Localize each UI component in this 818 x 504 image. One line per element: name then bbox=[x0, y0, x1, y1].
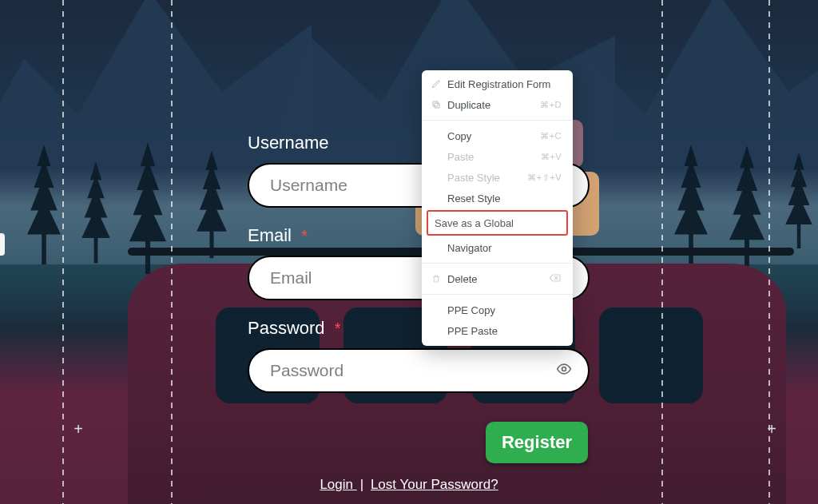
context-menu-item-save-global[interactable]: Save as a Global bbox=[427, 210, 568, 236]
editor-column-guide bbox=[171, 0, 173, 504]
context-menu-item-duplicate[interactable]: Duplicate ⌘+D bbox=[422, 94, 573, 115]
svg-rect-1 bbox=[435, 103, 439, 108]
svg-rect-2 bbox=[433, 101, 438, 106]
bg-van-window bbox=[599, 308, 703, 403]
menu-separator bbox=[422, 263, 573, 264]
context-menu-item-edit[interactable]: Edit Registration Form bbox=[422, 73, 573, 94]
menu-shortcut: ⌘+C bbox=[540, 131, 562, 141]
context-menu-item-copy[interactable]: Copy ⌘+C bbox=[422, 125, 573, 146]
editor-column-guide bbox=[661, 0, 663, 504]
menu-label: Edit Registration Form bbox=[447, 78, 562, 90]
eye-icon[interactable] bbox=[556, 361, 572, 380]
menu-label: PPE Paste bbox=[447, 325, 562, 337]
required-marker: * bbox=[301, 227, 308, 244]
menu-shortcut: ⌘+⇧+V bbox=[527, 173, 562, 183]
context-menu-item-ppe-paste[interactable]: PPE Paste bbox=[422, 320, 573, 341]
delete-shortcut-icon bbox=[549, 273, 562, 285]
menu-label: Copy bbox=[447, 130, 540, 142]
pencil-icon bbox=[431, 79, 447, 89]
trash-icon bbox=[431, 274, 447, 284]
password-input[interactable] bbox=[249, 361, 588, 380]
label-text: Email bbox=[248, 225, 292, 245]
menu-label: Delete bbox=[447, 273, 549, 285]
menu-separator bbox=[422, 294, 573, 295]
context-menu-item-reset-style[interactable]: Reset Style bbox=[422, 188, 573, 208]
menu-label: Paste Style bbox=[447, 172, 527, 184]
label-text: Username bbox=[248, 133, 328, 153]
svg-point-0 bbox=[562, 367, 566, 371]
context-menu-item-navigator[interactable]: Navigator bbox=[422, 237, 573, 258]
context-menu-item-paste-style: Paste Style ⌘+⇧+V bbox=[422, 167, 573, 188]
editor-column-guide bbox=[62, 0, 64, 504]
menu-label: Paste bbox=[447, 151, 541, 163]
add-widget-button-right[interactable]: + bbox=[763, 420, 780, 438]
context-menu-item-ppe-copy[interactable]: PPE Copy bbox=[422, 300, 573, 320]
label-text: Password bbox=[248, 318, 325, 338]
context-menu: Edit Registration Form Duplicate ⌘+D Cop… bbox=[422, 70, 573, 346]
menu-label: Reset Style bbox=[447, 192, 562, 204]
context-menu-item-paste: Paste ⌘+V bbox=[422, 146, 573, 167]
lost-password-link[interactable]: Lost Your Password? bbox=[371, 477, 498, 492]
menu-label: PPE Copy bbox=[447, 304, 562, 316]
context-menu-item-delete[interactable]: Delete bbox=[422, 268, 573, 289]
menu-separator bbox=[422, 120, 573, 121]
menu-label: Navigator bbox=[447, 242, 562, 254]
editor-edge-tab[interactable] bbox=[0, 233, 5, 256]
add-widget-button-left[interactable]: + bbox=[69, 420, 87, 438]
password-input-wrap[interactable] bbox=[248, 348, 590, 393]
menu-shortcut: ⌘+V bbox=[541, 152, 562, 162]
menu-shortcut: ⌘+D bbox=[540, 100, 562, 110]
duplicate-icon bbox=[431, 100, 447, 109]
menu-label: Save as a Global bbox=[435, 217, 514, 229]
required-marker: * bbox=[335, 319, 341, 337]
footer-links: Login | Lost Your Password? bbox=[0, 477, 818, 493]
footer-separator: | bbox=[360, 477, 363, 492]
login-link[interactable]: Login bbox=[320, 477, 356, 492]
menu-label: Duplicate bbox=[447, 99, 540, 111]
register-button[interactable]: Register bbox=[486, 422, 588, 463]
